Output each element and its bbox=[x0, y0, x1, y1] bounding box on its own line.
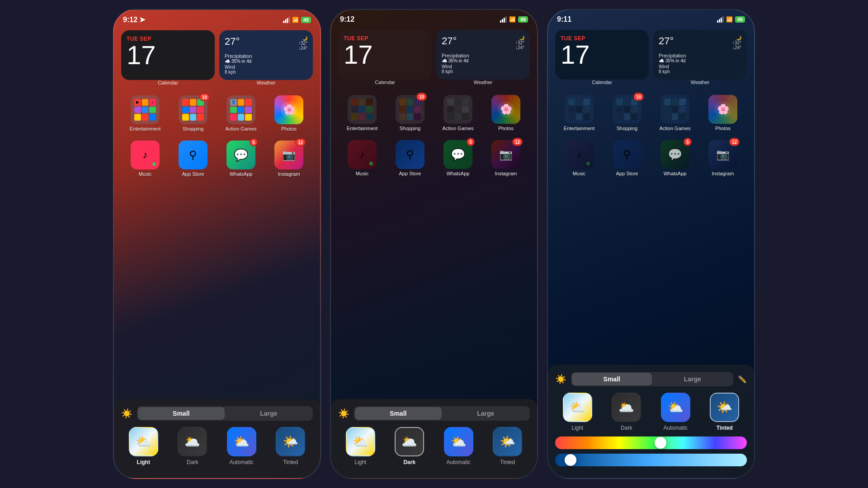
app-label-shopping-1: Shopping bbox=[183, 126, 204, 131]
status-bar-1: 9:12 ➤ 📶 49 bbox=[114, 10, 320, 27]
calendar-widget-1[interactable]: Tue Sep 17 bbox=[121, 30, 215, 80]
app-grid-row1-1: ▶ ♪ Entertainment bbox=[114, 91, 320, 136]
size-toggle-2[interactable]: Small Large bbox=[354, 406, 530, 421]
appstore-icon-1: ⚲ bbox=[179, 141, 208, 169]
app-grid-row2-1: ♪ Music ⚲ App Store 💬 5 WhatsApp 📷 bbox=[114, 136, 320, 181]
cal-day-2: 17 bbox=[344, 42, 426, 68]
icon-options-2: ⛅ Light 🌥️ Dark ⛅ Automatic 🌤️ bbox=[338, 427, 530, 465]
app-label-actiongames-3: Action Games bbox=[659, 126, 690, 131]
option-auto-3[interactable]: ⛅ Automatic bbox=[653, 393, 698, 431]
app-actiongames-3[interactable]: Action Games bbox=[651, 92, 699, 134]
app-entertainment-3[interactable]: Entertainment bbox=[555, 92, 603, 134]
app-entertainment-1[interactable]: ▶ ♪ Entertainment bbox=[121, 93, 169, 134]
app-music-3[interactable]: ♪ Music bbox=[555, 137, 603, 179]
shopping-icon-wrapper-1: 10 bbox=[179, 95, 208, 124]
app-label-photos-1: Photos bbox=[281, 126, 297, 131]
weather-widget-3[interactable]: 27° 🌙↑32°↓24° Precipitation ☁️ 35% in 4d… bbox=[653, 30, 747, 80]
entertainment-icon-wrapper-2 bbox=[348, 95, 377, 124]
app-photos-3[interactable]: 🌸 Photos bbox=[699, 92, 747, 134]
option-tinted-3[interactable]: 🌤️ Tinted bbox=[703, 393, 747, 431]
wifi-icon-1: 📶 bbox=[292, 17, 299, 23]
brightness-slider-track-3[interactable] bbox=[555, 454, 747, 466]
app-whatsapp-1[interactable]: 💬 5 WhatsApp bbox=[217, 138, 265, 179]
brightness-icon-1[interactable]: ☀️ bbox=[121, 408, 132, 419]
badge-shopping-3: 10 bbox=[633, 93, 644, 101]
whatsapp-symbol-1: 💬 bbox=[234, 148, 248, 162]
edit-icon-3[interactable]: ✏️ bbox=[738, 375, 747, 384]
app-instagram-3[interactable]: 📷 12 Instagram bbox=[699, 137, 747, 179]
folder-sub-icon bbox=[245, 114, 252, 121]
app-photos-1[interactable]: 🌸 Photos bbox=[265, 93, 313, 134]
app-music-1[interactable]: ♪ Music bbox=[121, 138, 169, 179]
brightness-icon-3[interactable]: ☀️ bbox=[555, 374, 566, 385]
weather-widget-2[interactable]: 27° 🌙↑32°↓24° Precipitation ☁️ 35% in 4d… bbox=[436, 30, 530, 80]
option-light-2[interactable]: ⛅ Light bbox=[338, 427, 383, 465]
music-icon-1: ♪ bbox=[131, 141, 160, 169]
brightness-icon-2[interactable]: ☀️ bbox=[338, 408, 349, 419]
widget-panel-1: ☀️ Small Large ⛅ Light 🌥️ Dark ⛅ bbox=[114, 399, 320, 478]
folder-sub-icon bbox=[245, 107, 252, 113]
wifi-icon-3: 📶 bbox=[726, 16, 733, 23]
option-light-1[interactable]: ⛅ Light bbox=[121, 427, 166, 465]
folder-sub-icon bbox=[142, 107, 149, 113]
calendar-widget-3[interactable]: Tue Sep 17 bbox=[555, 30, 649, 80]
folder-sub-icon bbox=[366, 113, 373, 120]
option-tinted-1[interactable]: 🌤️ Tinted bbox=[269, 427, 313, 465]
option-light-3[interactable]: ⛅ Light bbox=[555, 393, 600, 431]
app-whatsapp-3[interactable]: 💬 5 WhatsApp bbox=[651, 137, 699, 179]
icon-options-3: ⛅ Light 🌥️ Dark ⛅ Automatic 🌤️ bbox=[555, 393, 747, 431]
app-label-music-1: Music bbox=[139, 171, 152, 177]
app-whatsapp-2[interactable]: 💬 5 WhatsApp bbox=[434, 137, 482, 179]
folder-sub-icon bbox=[359, 106, 366, 113]
app-appstore-1[interactable]: ⚲ App Store bbox=[169, 138, 217, 179]
option-auto-2[interactable]: ⛅ Automatic bbox=[436, 427, 481, 465]
app-shopping-2[interactable]: 10 Shopping bbox=[386, 92, 434, 134]
phone-light: 9:12 ➤ 📶 49 Tue Sep 17 Calendar 27° bbox=[113, 9, 321, 479]
app-shopping-1[interactable]: 10 Shopping bbox=[169, 93, 217, 134]
option-dark-1[interactable]: 🌥️ Dark bbox=[170, 427, 215, 465]
app-entertainment-2[interactable]: Entertainment bbox=[338, 92, 386, 134]
calendar-widget-2[interactable]: Tue Sep 17 bbox=[338, 30, 432, 80]
size-large-btn-1[interactable]: Large bbox=[226, 407, 312, 420]
color-slider-track-3[interactable] bbox=[555, 436, 747, 449]
size-small-btn-3[interactable]: Small bbox=[572, 373, 652, 385]
badge-shopping-1: 10 bbox=[199, 93, 210, 101]
size-small-btn-2[interactable]: Small bbox=[355, 407, 442, 420]
app-music-2[interactable]: ♪ Music bbox=[338, 137, 386, 179]
folder-sub-icon bbox=[134, 114, 141, 121]
phone-dark: 9:12 📶 49 Tue Sep 17 Calendar 27° bbox=[330, 9, 538, 479]
app-label-instagram-2: Instagram bbox=[495, 171, 517, 176]
size-large-btn-2[interactable]: Large bbox=[443, 407, 529, 420]
size-toggle-3[interactable]: Small Large bbox=[571, 372, 733, 386]
app-instagram-1[interactable]: 📷 12 Instagram bbox=[265, 138, 313, 179]
option-dark-2[interactable]: 🌥️ Dark bbox=[387, 427, 432, 465]
app-shopping-3[interactable]: 10 Shopping bbox=[603, 92, 651, 134]
app-appstore-2[interactable]: ⚲ App Store bbox=[386, 137, 434, 179]
weather-widget-1[interactable]: 27° 🌙↑32°↓24° Precipitation ☁️ 35% in 4d… bbox=[219, 30, 313, 80]
option-tinted-2[interactable]: 🌤️ Tinted bbox=[486, 427, 530, 465]
app-actiongames-2[interactable]: Action Games bbox=[434, 92, 482, 134]
size-small-btn-1[interactable]: Small bbox=[138, 407, 225, 420]
app-actiongames-1[interactable]: 👤 Action Games bbox=[217, 93, 265, 134]
app-appstore-3[interactable]: ⚲ App Store bbox=[603, 137, 651, 179]
status-icons-1: 📶 49 bbox=[283, 17, 311, 23]
app-photos-2[interactable]: 🌸 Photos bbox=[482, 92, 530, 134]
folder-sub-icon: ▶ bbox=[134, 99, 141, 106]
preview-tinted-icon-1: 🌤️ bbox=[283, 434, 298, 449]
size-large-btn-3[interactable]: Large bbox=[653, 373, 733, 385]
weather-wind-3: Wind bbox=[659, 64, 741, 69]
preview-light-2: ⛅ bbox=[346, 427, 375, 456]
appstore-symbol-1: ⚲ bbox=[189, 149, 197, 161]
instagram-symbol-1: 📷 bbox=[282, 149, 296, 161]
color-slider-thumb-3[interactable] bbox=[655, 437, 666, 449]
folder-sub-icon bbox=[359, 99, 366, 105]
badge-whatsapp-3: 5 bbox=[684, 138, 692, 146]
folder-sub-icon bbox=[366, 99, 373, 105]
size-toggle-1[interactable]: Small Large bbox=[137, 406, 313, 421]
option-dark-3[interactable]: 🌥️ Dark bbox=[604, 393, 649, 431]
brightness-slider-thumb-3[interactable] bbox=[565, 454, 576, 466]
preview-auto-2: ⛅ bbox=[444, 427, 473, 456]
preview-light-icon-2: ⛅ bbox=[353, 434, 368, 449]
option-auto-1[interactable]: ⛅ Automatic bbox=[219, 427, 264, 465]
app-instagram-2[interactable]: 📷 12 Instagram bbox=[482, 137, 530, 179]
